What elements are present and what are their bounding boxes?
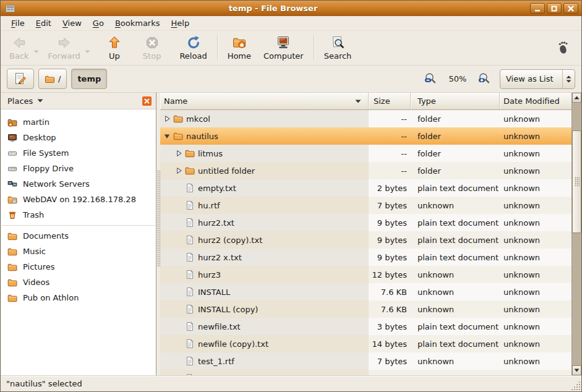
table-row[interactable]: test_1.rtf7 bytesunknownunknown [160,352,571,370]
zoom-level: 50% [443,74,472,83]
pane-splitter[interactable] [156,93,160,375]
column-header-date-modified[interactable]: Date Modified [500,93,571,109]
sidebar-item-music[interactable]: Music [1,244,156,259]
toolbar-separator [217,35,218,60]
forward-icon [57,35,72,50]
table-row[interactable]: mkcol--folderunknown [160,110,571,127]
edit-location-button[interactable] [7,69,34,89]
reload-button[interactable]: Reload [173,33,213,62]
table-row[interactable]: hu.rtf7 bytesunknownunknown [160,197,571,214]
maximize-icon [550,5,558,12]
scrollbar-thumb[interactable] [572,130,581,233]
expander-collapsed-icon[interactable] [174,167,183,174]
vertical-scrollbar[interactable] [571,93,581,375]
up-arrow-icon [107,35,122,50]
stop-button: Stop [137,33,168,62]
menu-bookmarks[interactable]: Bookmarks [109,17,166,30]
folder-icon [7,262,17,272]
table-row[interactable]: newfile.txt3 bytesplain text documentunk… [160,318,571,335]
toolbar: Back Forward Up Stop Reload Home Compute… [1,31,581,66]
search-button[interactable]: Search [318,33,358,62]
file-icon [185,218,195,228]
sidebar-item-webdav-on-192-168-178-28[interactable]: WebDAV on 192.168.178.28 [1,192,156,207]
home-button[interactable]: Home [221,33,257,62]
scroll-down-button[interactable] [572,365,581,375]
table-row[interactable]: hurz312 bytesunknownunknown [160,266,571,283]
menu-edit[interactable]: Edit [30,17,57,30]
close-button[interactable] [563,3,578,14]
menu-help[interactable]: Help [166,17,195,30]
file-icon [185,287,195,297]
column-header-size[interactable]: Size [369,93,411,109]
root-folder-button[interactable]: / [38,69,67,89]
table-row[interactable]: hurz2 (copy).txt9 bytesplain text docume… [160,231,571,249]
expander-expanded-icon[interactable] [163,132,171,140]
gnome-foot-throbber-icon [554,40,570,56]
window-title: temp - File Browser [16,4,530,13]
forward-history-dropdown [84,49,91,54]
sidebar-item-documents[interactable]: Documents [1,228,156,244]
close-sidebar-button[interactable] [142,96,152,106]
minimize-button[interactable] [530,3,545,14]
zoom-in-button[interactable] [476,72,493,85]
table-row[interactable]: INSTALL7.6 KBunknownunknown [160,283,571,300]
folder-icon [173,114,183,124]
zoom-out-button[interactable] [422,72,439,85]
computer-icon [276,35,291,50]
computer-button[interactable]: Computer [257,33,310,62]
up-button[interactable]: Up [101,33,128,62]
sort-descending-icon [355,100,361,103]
search-icon [330,35,345,50]
sidebar-item-pictures[interactable]: Pictures [1,259,156,275]
sidebar-item-file-system[interactable]: File System [1,145,156,161]
expander-collapsed-icon[interactable] [163,115,171,122]
home-folder-icon [7,117,17,127]
table-row[interactable]: hurz2.txt9 bytesplain text documentunkno… [160,214,571,231]
current-folder-button[interactable]: temp [71,69,107,89]
expander-collapsed-icon[interactable] [174,150,183,157]
sidebar-item-network-servers[interactable]: Network Servers [1,176,156,192]
table-row[interactable]: hurz2 x.txt9 bytesplain text documentunk… [160,249,571,266]
statusbar: "nautilus" selected [1,375,581,391]
maximize-button[interactable] [547,3,562,14]
scroll-up-button[interactable] [572,93,581,103]
resize-grip[interactable] [571,381,580,390]
table-row[interactable]: INSTALL (copy)7.6 KBunknownunknown [160,300,571,318]
sidebar-item-desktop[interactable]: Desktop [1,130,156,145]
file-icon [185,235,195,245]
sidebar-item-videos[interactable]: Videos [1,275,156,290]
view-mode-selector[interactable]: View as List [500,69,575,89]
close-icon [144,98,150,104]
arrow-down-icon [574,369,580,372]
sidebar-item-trash[interactable]: Trash [1,207,156,223]
sidebar-item-pub-on-athlon[interactable]: Pub on Athlon [1,290,156,305]
places-list: martinDesktopFile SystemFloppy DriveNetw… [1,109,156,305]
folder-icon [7,293,17,303]
column-header-type[interactable]: Type [411,93,500,109]
table-row[interactable]: empty.txt2 bytesplain text documentunkno… [160,179,571,197]
sidebar-item-floppy-drive[interactable]: Floppy Drive [1,161,156,176]
back-history-dropdown [33,49,40,54]
menu-view[interactable]: View [57,17,87,30]
zoom-in-icon [478,72,491,85]
column-header-name[interactable]: Name [160,93,369,109]
file-icon [185,356,195,366]
file-icon [185,304,195,314]
folder-icon [7,247,17,257]
network-icon [7,179,17,189]
places-selector[interactable]: Places [5,95,46,107]
note-pencil-icon [13,72,28,87]
menu-file[interactable]: File [6,17,30,30]
table-row[interactable]: untitled folder (2)1.7 KBunknownunknown [160,370,571,375]
folder-icon [7,231,17,241]
location-bar: / temp 50% View as List [1,66,581,93]
menu-go[interactable]: Go [87,17,109,30]
table-row[interactable]: untitled folder--folderunknown [160,162,571,179]
close-icon [567,5,575,12]
file-browser-app-icon [5,4,16,14]
table-row[interactable]: litmus--folderunknown [160,145,571,162]
table-row[interactable]: newfile (copy).txt14 bytesplain text doc… [160,335,571,352]
sidebar-item-martin[interactable]: martin [1,114,156,130]
shared-folder-icon [7,195,17,205]
table-row[interactable]: nautilus--folderunknown [160,127,571,145]
